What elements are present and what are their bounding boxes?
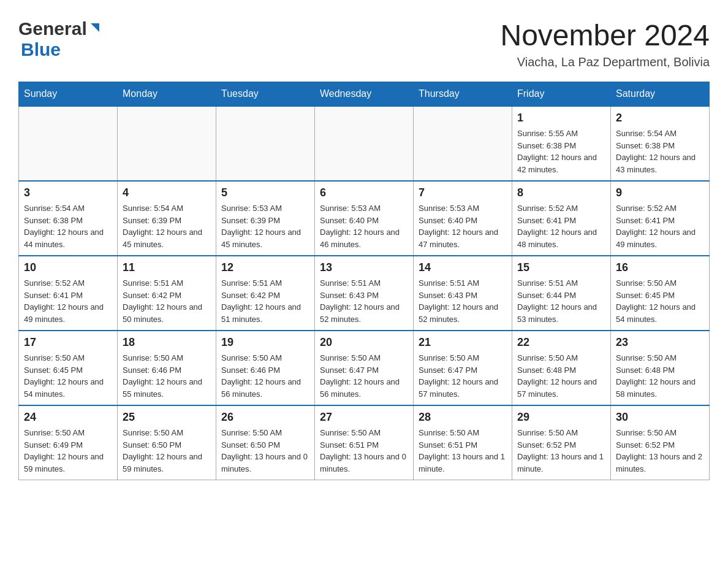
calendar-cell: 20Sunrise: 5:50 AMSunset: 6:47 PMDayligh…: [315, 331, 414, 405]
calendar-header: SundayMondayTuesdayWednesdayThursdayFrid…: [19, 82, 710, 107]
calendar-cell: 30Sunrise: 5:50 AMSunset: 6:52 PMDayligh…: [611, 405, 710, 480]
day-number: 6: [320, 186, 408, 199]
day-info: Sunrise: 5:50 AMSunset: 6:52 PMDaylight:…: [616, 427, 704, 475]
location-text: Viacha, La Paz Department, Bolivia: [500, 55, 710, 69]
day-number: 13: [320, 261, 408, 274]
day-number: 1: [517, 112, 605, 124]
day-info: Sunrise: 5:51 AMSunset: 6:42 PMDaylight:…: [123, 277, 211, 325]
calendar-week-4: 17Sunrise: 5:50 AMSunset: 6:45 PMDayligh…: [19, 331, 710, 405]
day-info: Sunrise: 5:50 AMSunset: 6:45 PMDaylight:…: [24, 352, 112, 400]
calendar-cell: 5Sunrise: 5:53 AMSunset: 6:39 PMDaylight…: [216, 181, 315, 256]
day-info: Sunrise: 5:54 AMSunset: 6:39 PMDaylight:…: [123, 202, 211, 250]
calendar-week-1: 1Sunrise: 5:55 AMSunset: 6:38 PMDaylight…: [19, 106, 710, 181]
day-info: Sunrise: 5:50 AMSunset: 6:50 PMDaylight:…: [123, 427, 211, 475]
day-info: Sunrise: 5:52 AMSunset: 6:41 PMDaylight:…: [24, 277, 112, 325]
day-number: 10: [24, 261, 112, 274]
day-info: Sunrise: 5:50 AMSunset: 6:45 PMDaylight:…: [616, 277, 704, 325]
day-info: Sunrise: 5:50 AMSunset: 6:47 PMDaylight:…: [320, 352, 408, 400]
day-info: Sunrise: 5:50 AMSunset: 6:51 PMDaylight:…: [419, 427, 507, 475]
weekday-header-thursday: Thursday: [414, 82, 512, 107]
calendar-cell: 18Sunrise: 5:50 AMSunset: 6:46 PMDayligh…: [118, 331, 216, 405]
day-info: Sunrise: 5:50 AMSunset: 6:46 PMDaylight:…: [221, 352, 309, 400]
calendar-cell: 9Sunrise: 5:52 AMSunset: 6:41 PMDaylight…: [611, 181, 710, 256]
logo-blue-text: Blue: [21, 39, 61, 59]
calendar-cell: 16Sunrise: 5:50 AMSunset: 6:45 PMDayligh…: [611, 256, 710, 331]
day-info: Sunrise: 5:53 AMSunset: 6:39 PMDaylight:…: [221, 202, 309, 250]
calendar-cell: 21Sunrise: 5:50 AMSunset: 6:47 PMDayligh…: [414, 331, 512, 405]
day-info: Sunrise: 5:50 AMSunset: 6:52 PMDaylight:…: [517, 427, 605, 475]
logo-triangle-icon: [88, 21, 102, 34]
calendar-cell: 26Sunrise: 5:50 AMSunset: 6:50 PMDayligh…: [216, 405, 315, 480]
weekday-header-tuesday: Tuesday: [216, 82, 315, 107]
day-info: Sunrise: 5:50 AMSunset: 6:50 PMDaylight:…: [221, 427, 309, 475]
calendar-cell: 6Sunrise: 5:53 AMSunset: 6:40 PMDaylight…: [315, 181, 414, 256]
calendar-cell: [118, 106, 216, 181]
day-info: Sunrise: 5:53 AMSunset: 6:40 PMDaylight:…: [419, 202, 507, 250]
calendar-cell: [216, 106, 315, 181]
calendar-cell: 15Sunrise: 5:51 AMSunset: 6:44 PMDayligh…: [512, 256, 611, 331]
calendar-cell: 8Sunrise: 5:52 AMSunset: 6:41 PMDaylight…: [512, 181, 611, 256]
calendar-body: 1Sunrise: 5:55 AMSunset: 6:38 PMDaylight…: [19, 106, 710, 480]
day-info: Sunrise: 5:52 AMSunset: 6:41 PMDaylight:…: [517, 202, 605, 250]
day-info: Sunrise: 5:51 AMSunset: 6:43 PMDaylight:…: [320, 277, 408, 325]
day-number: 5: [221, 186, 309, 199]
day-number: 29: [517, 411, 605, 424]
day-info: Sunrise: 5:55 AMSunset: 6:38 PMDaylight:…: [517, 128, 605, 175]
day-number: 25: [123, 411, 211, 424]
day-number: 16: [616, 261, 704, 274]
calendar-cell: 13Sunrise: 5:51 AMSunset: 6:43 PMDayligh…: [315, 256, 414, 331]
day-info: Sunrise: 5:51 AMSunset: 6:42 PMDaylight:…: [221, 277, 309, 325]
day-number: 23: [616, 336, 704, 349]
day-number: 28: [419, 411, 507, 424]
weekday-header-wednesday: Wednesday: [315, 82, 414, 107]
calendar-cell: 22Sunrise: 5:50 AMSunset: 6:48 PMDayligh…: [512, 331, 611, 405]
calendar-week-5: 24Sunrise: 5:50 AMSunset: 6:49 PMDayligh…: [19, 405, 710, 480]
calendar-cell: 4Sunrise: 5:54 AMSunset: 6:39 PMDaylight…: [118, 181, 216, 256]
calendar-cell: 24Sunrise: 5:50 AMSunset: 6:49 PMDayligh…: [19, 405, 118, 480]
calendar-cell: 17Sunrise: 5:50 AMSunset: 6:45 PMDayligh…: [19, 331, 118, 405]
day-number: 3: [24, 186, 112, 199]
calendar-cell: 10Sunrise: 5:52 AMSunset: 6:41 PMDayligh…: [19, 256, 118, 331]
day-number: 8: [517, 186, 605, 199]
day-info: Sunrise: 5:53 AMSunset: 6:40 PMDaylight:…: [320, 202, 408, 250]
day-number: 18: [123, 336, 211, 349]
day-number: 22: [517, 336, 605, 349]
day-number: 15: [517, 261, 605, 274]
day-number: 14: [419, 261, 507, 274]
calendar-cell: 11Sunrise: 5:51 AMSunset: 6:42 PMDayligh…: [118, 256, 216, 331]
calendar-cell: [315, 106, 414, 181]
day-info: Sunrise: 5:50 AMSunset: 6:49 PMDaylight:…: [24, 427, 112, 475]
weekday-header-friday: Friday: [512, 82, 611, 107]
calendar-cell: [19, 106, 118, 181]
calendar-cell: 25Sunrise: 5:50 AMSunset: 6:50 PMDayligh…: [118, 405, 216, 480]
logo: General Blue: [18, 18, 102, 60]
day-number: 9: [616, 186, 704, 199]
calendar-cell: 12Sunrise: 5:51 AMSunset: 6:42 PMDayligh…: [216, 256, 315, 331]
calendar-cell: 1Sunrise: 5:55 AMSunset: 6:38 PMDaylight…: [512, 106, 611, 181]
day-info: Sunrise: 5:51 AMSunset: 6:43 PMDaylight:…: [419, 277, 507, 325]
calendar-cell: 14Sunrise: 5:51 AMSunset: 6:43 PMDayligh…: [414, 256, 512, 331]
calendar-table: SundayMondayTuesdayWednesdayThursdayFrid…: [18, 82, 710, 480]
day-number: 30: [616, 411, 704, 424]
calendar-cell: 29Sunrise: 5:50 AMSunset: 6:52 PMDayligh…: [512, 405, 611, 480]
day-number: 11: [123, 261, 211, 274]
weekday-header-saturday: Saturday: [611, 82, 710, 107]
day-info: Sunrise: 5:51 AMSunset: 6:44 PMDaylight:…: [517, 277, 605, 325]
weekday-header-monday: Monday: [118, 82, 216, 107]
day-info: Sunrise: 5:54 AMSunset: 6:38 PMDaylight:…: [24, 202, 112, 250]
day-number: 12: [221, 261, 309, 274]
calendar-cell: 19Sunrise: 5:50 AMSunset: 6:46 PMDayligh…: [216, 331, 315, 405]
day-number: 26: [221, 411, 309, 424]
day-number: 24: [24, 411, 112, 424]
day-info: Sunrise: 5:50 AMSunset: 6:51 PMDaylight:…: [320, 427, 408, 475]
calendar-week-3: 10Sunrise: 5:52 AMSunset: 6:41 PMDayligh…: [19, 256, 710, 331]
day-info: Sunrise: 5:50 AMSunset: 6:48 PMDaylight:…: [616, 352, 704, 400]
day-number: 21: [419, 336, 507, 349]
calendar-cell: 2Sunrise: 5:54 AMSunset: 6:38 PMDaylight…: [611, 106, 710, 181]
day-number: 27: [320, 411, 408, 424]
weekday-header-sunday: Sunday: [19, 82, 118, 107]
day-number: 2: [616, 112, 704, 124]
month-title: November 2024: [500, 18, 710, 52]
day-info: Sunrise: 5:50 AMSunset: 6:47 PMDaylight:…: [419, 352, 507, 400]
day-number: 20: [320, 336, 408, 349]
